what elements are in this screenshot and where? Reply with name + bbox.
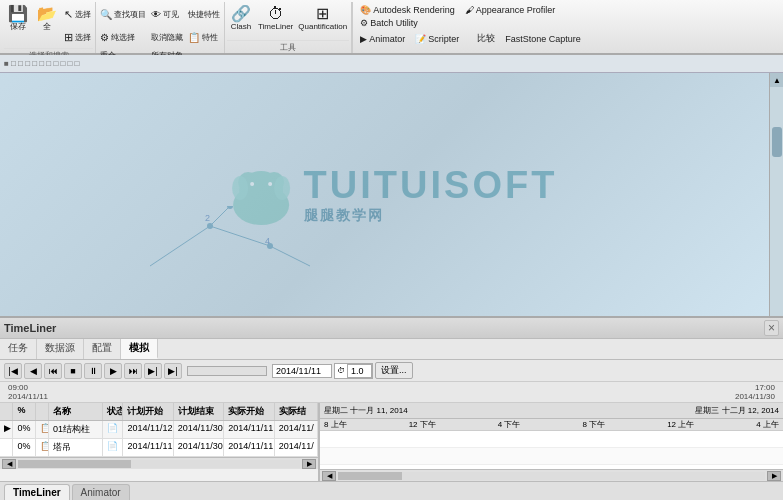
panel-close-btn[interactable]: × bbox=[764, 320, 779, 336]
td-icon-2: 📋 bbox=[36, 439, 49, 456]
geometry-lines: 2 3 4 bbox=[150, 206, 350, 286]
td-expand-1[interactable]: ▶ bbox=[0, 421, 13, 438]
group-tools-label: 工具 bbox=[227, 40, 349, 53]
scroll-thumb[interactable] bbox=[772, 127, 782, 157]
tl-scroll-track[interactable] bbox=[338, 472, 765, 480]
selectmore-btn[interactable]: ⊞ 选择 bbox=[62, 26, 93, 48]
goto-end-btn[interactable]: ▶| bbox=[164, 363, 182, 379]
fastfwd-btn[interactable]: ⏭ bbox=[124, 363, 142, 379]
td-planstart-2: 2014/11/11 bbox=[123, 439, 173, 456]
panel-table: % 名称 状态 计划开始 计划结束 实际开始 实际结 ▶ 0% 📋 01结构柱 … bbox=[0, 403, 783, 481]
quantification-btn[interactable]: ⊞ Quantification bbox=[296, 3, 349, 33]
timeliner-btn[interactable]: ⏱ TimeLiner bbox=[256, 3, 295, 33]
table-right: 星期二 十一月 11, 2014 星期三 十二月 12, 2014 8 上午 1… bbox=[320, 403, 783, 481]
batch-utility-btn[interactable]: ⚙ Batch Utility bbox=[357, 17, 458, 29]
hscroll-right[interactable]: ▶ bbox=[302, 459, 316, 469]
pure-select-btn[interactable]: ⚙ 纯选择 bbox=[98, 26, 148, 48]
timeline-rows[interactable]: ◀ ▶ bbox=[320, 431, 783, 481]
open-btn[interactable]: 📂 全 bbox=[33, 3, 61, 33]
progress-bar[interactable] bbox=[187, 366, 267, 376]
faststone-label: FastStone Capture bbox=[505, 34, 581, 44]
play-btn[interactable]: ▶ bbox=[104, 363, 122, 379]
prop-icon: 📋 bbox=[188, 32, 200, 43]
svg-point-7 bbox=[250, 182, 254, 186]
td-pct-1: 0% bbox=[13, 421, 35, 438]
compare-btn[interactable]: 比较 bbox=[474, 31, 498, 46]
find-item-btn[interactable]: 🔍 查找项目 bbox=[98, 3, 148, 25]
scripter-icon: 📝 bbox=[415, 34, 426, 44]
goto-start-btn[interactable]: |◀ bbox=[4, 363, 22, 379]
time-labels-row: 09:00 2014/11/11 17:00 2014/11/30 bbox=[0, 382, 783, 403]
svg-point-4 bbox=[243, 171, 279, 199]
clash-label: Clash bbox=[231, 23, 251, 32]
scripter-label: Scripter bbox=[428, 34, 459, 44]
table-row: ▶ 0% 📋 01结构柱 📄 2014/11/12 2014/11/30 201… bbox=[0, 421, 318, 439]
tick-2: 12 下午 bbox=[409, 419, 436, 430]
table-left: % 名称 状态 计划开始 计划结束 实际开始 实际结 ▶ 0% 📋 01结构柱 … bbox=[0, 403, 320, 481]
panel-tabs: 任务 数据源 配置 模拟 bbox=[0, 339, 783, 360]
th-plan-end: 计划结束 bbox=[174, 403, 224, 420]
save-icon: 💾 bbox=[8, 4, 28, 23]
speed-input[interactable] bbox=[347, 364, 372, 378]
clash-btn[interactable]: 🔗 Clash bbox=[227, 3, 255, 33]
ribbon-group-visibility: 🔍 查找项目 ⚙ 纯选择 重合 👁 可见 取消隐藏 bbox=[96, 2, 225, 53]
tl-hscroll[interactable]: ◀ ▶ bbox=[320, 469, 783, 481]
tab-simulate[interactable]: 模拟 bbox=[121, 339, 158, 359]
main-area: ■ □ □ □ □ □ □ □ □ □ □ bbox=[0, 55, 783, 500]
autodesk-label: Autodesk Rendering bbox=[373, 5, 455, 15]
bottom-tab-animator[interactable]: Animator bbox=[72, 484, 130, 500]
th-icon bbox=[36, 403, 49, 420]
prop-btn[interactable]: 📋 特性 bbox=[186, 26, 222, 48]
tab-config[interactable]: 配置 bbox=[84, 339, 121, 359]
th-status: 状态 bbox=[103, 403, 123, 420]
tl-scroll-right[interactable]: ▶ bbox=[767, 471, 781, 481]
speed-control: ⏱ bbox=[334, 363, 373, 379]
viewport-scrollbar[interactable]: ▲ bbox=[769, 73, 783, 316]
td-status-2: 📄 bbox=[103, 439, 123, 456]
right-col2: 🖌 Appearance Profiler bbox=[462, 4, 559, 16]
scripter-btn[interactable]: 📝 Scripter bbox=[412, 31, 462, 46]
timeliner-panel: TimeLiner × 任务 数据源 配置 模拟 |◀ ◀ ⏮ ■ ⏸ ▶ ⏭ … bbox=[0, 316, 783, 481]
cancel-hide-btn[interactable]: 取消隐藏 bbox=[149, 26, 185, 48]
stop-btn[interactable]: ■ bbox=[64, 363, 82, 379]
svg-line-10 bbox=[210, 226, 270, 246]
td-planstart-1: 2014/11/12 bbox=[123, 421, 173, 438]
settings-btn[interactable]: 设置... bbox=[375, 362, 413, 379]
select-btn[interactable]: ↖ 选择 bbox=[62, 3, 93, 25]
svg-line-11 bbox=[270, 246, 310, 266]
tick-3: 4 下午 bbox=[498, 419, 521, 430]
bottom-tab-timeliner[interactable]: TimeLiner bbox=[4, 484, 70, 500]
tl-scroll-left[interactable]: ◀ bbox=[322, 471, 336, 481]
tab-tasks[interactable]: 任务 bbox=[0, 339, 37, 359]
td-expand-2[interactable] bbox=[0, 439, 13, 456]
appearance-profiler-btn[interactable]: 🖌 Appearance Profiler bbox=[462, 4, 559, 16]
tab-datasource[interactable]: 数据源 bbox=[37, 339, 84, 359]
scroll-up-btn[interactable]: ▲ bbox=[770, 73, 783, 87]
panel-controls: |◀ ◀ ⏮ ■ ⏸ ▶ ⏭ ▶| ▶| ⏱ 设置... bbox=[0, 360, 783, 382]
hscroll-left[interactable]: ◀ bbox=[2, 459, 16, 469]
quantification-icon: ⊞ bbox=[316, 4, 329, 23]
autodesk-rendering-btn[interactable]: 🎨 Autodesk Rendering bbox=[357, 4, 458, 16]
viewport-content[interactable]: TUITUISOFT 腿腿教学网 2 3 4 ▲ bbox=[0, 73, 783, 316]
next-btn[interactable]: ▶| bbox=[144, 363, 162, 379]
prev-btn[interactable]: ◀ bbox=[24, 363, 42, 379]
pause-btn[interactable]: ⏸ bbox=[84, 363, 102, 379]
tick-1: 8 上午 bbox=[324, 419, 347, 430]
td-name-1: 01结构柱 bbox=[49, 421, 103, 438]
animator-btn[interactable]: ▶ Animator bbox=[357, 31, 408, 46]
rewind-btn[interactable]: ⏮ bbox=[44, 363, 62, 379]
th-name: 名称 bbox=[49, 403, 103, 420]
svg-text:4: 4 bbox=[265, 236, 270, 246]
td-icon-1: 📋 bbox=[36, 421, 49, 438]
table-hscroll[interactable]: ◀ ▶ bbox=[0, 457, 318, 469]
visibility-btn[interactable]: 👁 可见 bbox=[149, 3, 185, 25]
faststone-btn[interactable]: FastStone Capture bbox=[502, 31, 584, 46]
ribbon-group-tools: 🔗 Clash ⏱ TimeLiner ⊞ Quantification 工具 bbox=[225, 2, 352, 53]
quick-prop-btn[interactable]: 快捷特性 bbox=[186, 3, 222, 25]
hscroll-track[interactable] bbox=[18, 460, 300, 468]
start-date-input[interactable] bbox=[272, 364, 332, 378]
save-btn[interactable]: 💾 保存 bbox=[4, 3, 32, 33]
animator-icon: ▶ bbox=[360, 34, 367, 44]
right-tools-bottom: ▶ Animator 📝 Scripter 比较 FastStone Captu… bbox=[357, 31, 777, 46]
td-actualend-1: 2014/11/ bbox=[275, 421, 318, 438]
